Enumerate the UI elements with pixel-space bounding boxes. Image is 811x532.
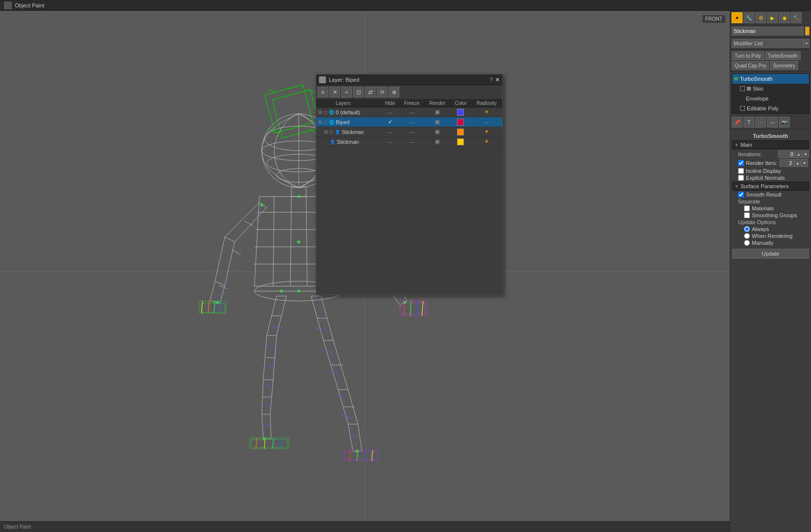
- panel-icon-modify[interactable]: 🔧: [743, 12, 754, 23]
- svg-point-102: [280, 290, 283, 293]
- svg-line-79: [326, 371, 338, 375]
- explicit-normals-checkbox[interactable]: [738, 175, 744, 181]
- render-iters-spinner-up[interactable]: ▲: [794, 159, 801, 167]
- layer-color-stickman2[interactable]: [451, 137, 471, 147]
- svg-line-31: [208, 301, 209, 313]
- layer-tool-layers[interactable]: ≡: [317, 87, 328, 98]
- isoline-checkbox[interactable]: [738, 168, 744, 174]
- render-iters-input[interactable]: [779, 159, 794, 167]
- update-options-label: Update Options: [732, 219, 809, 225]
- modifier-list-dropdown[interactable]: ▼: [804, 39, 810, 48]
- layer-color-default[interactable]: [451, 107, 471, 117]
- svg-rect-42: [401, 303, 425, 314]
- panel-icon-motion[interactable]: ▶: [767, 12, 778, 23]
- iterations-row: Iterations: ▲ ▼: [732, 150, 809, 158]
- modifier-list-input: [732, 39, 804, 48]
- render-iters-spinner-down[interactable]: ▼: [801, 159, 808, 167]
- layer-color-biped[interactable]: [451, 117, 471, 127]
- iterations-label: Iterations:: [732, 151, 778, 157]
- layer-dialog-help[interactable]: ?: [490, 77, 493, 83]
- sub-tool-pin[interactable]: 📌: [732, 117, 742, 128]
- smoothing-groups-label: Smoothing Groups: [752, 212, 797, 218]
- quad-cap-pro-button[interactable]: Quad Cap Pro: [732, 61, 769, 70]
- layer-tool-delete[interactable]: ✕: [329, 87, 340, 98]
- iterations-input[interactable]: [778, 150, 795, 158]
- turn-to-poly-button[interactable]: Turn to Poly: [732, 51, 764, 60]
- isoline-label: Isoline Display: [746, 168, 781, 174]
- surface-params-header[interactable]: Surface Parameters: [732, 182, 809, 191]
- smooth-result-checkbox[interactable]: [738, 192, 744, 198]
- stack-item-skin[interactable]: Skin: [732, 84, 809, 94]
- svg-line-58: [267, 345, 278, 348]
- stack-item-envelope[interactable]: Envelope: [732, 94, 809, 103]
- separate-label: Separate: [732, 199, 809, 204]
- layer-hide-stickman2: —: [381, 137, 399, 147]
- materials-row: Materials: [732, 205, 809, 211]
- iterations-spinner-down[interactable]: ▼: [802, 150, 809, 158]
- layer-freeze-default: —: [399, 107, 424, 117]
- layer-hide-biped: ✓: [381, 117, 399, 127]
- object-name-input[interactable]: [732, 27, 804, 35]
- layer-row-default[interactable]: ⊞ ◻ 🌐 0 (default) — — ▣ ☀: [316, 107, 502, 117]
- smooth-result-row: Smooth Result: [732, 192, 809, 198]
- right-panel: ✦ 🔧 ⚙ ▶ ◉ 🔨 ▼ Turn to Poly TurboSmooth Q…: [730, 11, 811, 532]
- when-rendering-radio[interactable]: [744, 233, 750, 239]
- stack-item-turbosmooth[interactable]: TurboSmooth: [732, 74, 809, 84]
- smoothing-groups-checkbox[interactable]: [744, 212, 750, 218]
- panel-icon-display-toggle[interactable]: ◉: [779, 12, 790, 23]
- layer-dialog-close[interactable]: ×: [495, 76, 499, 83]
- layer-tool-settings[interactable]: ⟳: [377, 87, 388, 98]
- col-freeze: Freeze: [399, 100, 424, 107]
- turbo-smooth-button[interactable]: TurboSmooth: [765, 51, 801, 60]
- svg-line-91: [217, 205, 262, 302]
- layer-color-stickman1[interactable]: [451, 127, 471, 137]
- sub-tool-text[interactable]: T: [743, 117, 754, 128]
- panel-icon-display[interactable]: ✦: [732, 12, 742, 23]
- symmetry-button[interactable]: Symmetry: [770, 61, 798, 70]
- layer-tool-select[interactable]: ⊡: [353, 87, 364, 98]
- layer-radiosity-default: ☀: [471, 107, 502, 117]
- materials-checkbox[interactable]: [744, 205, 750, 211]
- svg-point-100: [216, 301, 219, 304]
- manually-radio[interactable]: [744, 240, 750, 246]
- always-label: Always: [752, 226, 769, 232]
- render-iters-checkbox[interactable]: [738, 160, 744, 166]
- object-color-swatch[interactable]: [805, 27, 810, 35]
- svg-point-97: [297, 290, 300, 293]
- main-section-header[interactable]: Main: [732, 140, 809, 149]
- isoline-row: Isoline Display: [732, 168, 809, 174]
- modifier-list-row: ▼: [730, 37, 811, 50]
- layer-freeze-stickman2: —: [399, 137, 424, 147]
- svg-line-27: [219, 285, 227, 289]
- layer-row-stickman1[interactable]: ⊞ ◻ 👤 Stickman — — ▣ ☀: [316, 127, 502, 137]
- layer-row-biped[interactable]: ⊞ ◻ 🌐 Biped ✓ — ▣ —: [316, 117, 502, 127]
- panel-icon-hierarchy[interactable]: ⚙: [755, 12, 766, 23]
- viewport-front-label: FRONT: [702, 15, 726, 23]
- explicit-normals-label: Explicit Normals: [746, 175, 785, 181]
- layer-row-stickman2[interactable]: 👤 Stickman — — ▣ ☀: [316, 137, 502, 147]
- svg-point-95: [297, 195, 300, 198]
- svg-line-78: [319, 349, 332, 353]
- iterations-spinner-up[interactable]: ▲: [795, 150, 802, 158]
- svg-line-77: [316, 328, 327, 331]
- layer-tool-move[interactable]: ⇄: [365, 87, 376, 98]
- svg-line-30: [202, 301, 203, 313]
- sub-tool-edge[interactable]: —: [767, 117, 778, 128]
- update-button[interactable]: Update: [732, 249, 809, 259]
- layer-tool-options[interactable]: ⊕: [388, 87, 399, 98]
- stack-item-editable-poly[interactable]: Editable Poly: [732, 103, 809, 113]
- svg-line-3: [309, 89, 316, 94]
- layer-dialog-toolbar: ≡ ✕ + ⊡ ⇄ ⟳ ⊕: [316, 85, 502, 100]
- always-radio[interactable]: [744, 226, 750, 232]
- when-rendering-row: When Rendering: [732, 233, 809, 239]
- layer-name-biped: ⊞ ◻ 🌐 Biped: [316, 117, 381, 127]
- svg-line-25: [245, 221, 253, 226]
- layer-render-biped: ▣: [424, 117, 451, 127]
- sub-tool-camera[interactable]: 📷: [779, 117, 790, 128]
- layer-name-default: ⊞ ◻ 🌐 0 (default): [316, 107, 381, 117]
- svg-line-61: [262, 404, 272, 406]
- panel-icon-utilities[interactable]: 🔨: [791, 12, 802, 23]
- sub-tool-vertex[interactable]: ·: [755, 117, 766, 128]
- stack-item-editable-poly-label: Editable Poly: [747, 105, 778, 111]
- layer-tool-add[interactable]: +: [341, 87, 352, 98]
